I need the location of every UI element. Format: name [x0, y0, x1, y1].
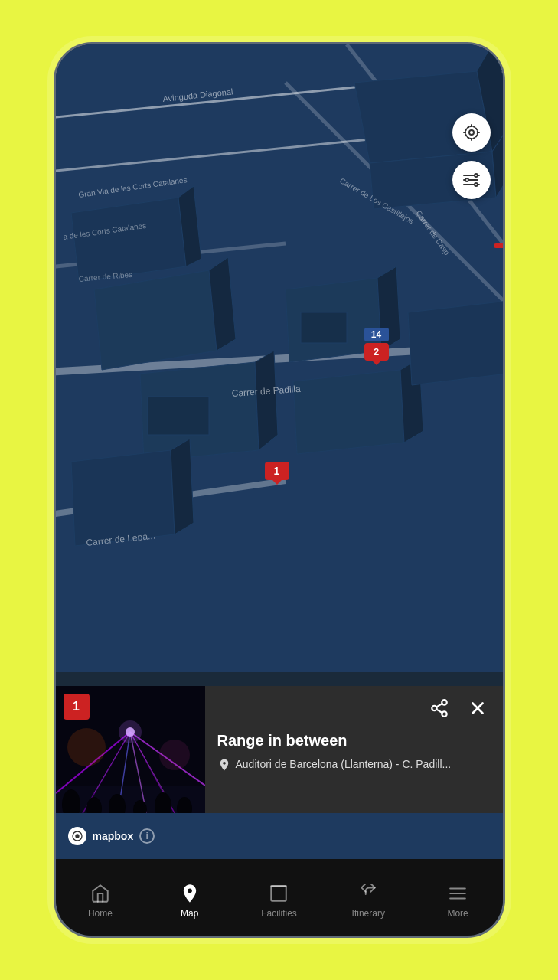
marker-2-label: 2	[364, 343, 389, 361]
location-icon	[217, 758, 231, 772]
nav-item-itinerary[interactable]: Itinerary	[324, 859, 413, 936]
close-button[interactable]	[465, 695, 491, 724]
nav-item-home[interactable]: Home	[56, 859, 145, 936]
filter-button[interactable]	[452, 161, 491, 199]
mapbox-info-button[interactable]: i	[139, 828, 155, 844]
svg-marker-22	[293, 370, 404, 454]
map-background: Avinguda Diagonal Gran Via de les Corts …	[56, 44, 503, 672]
svg-point-36	[469, 130, 474, 135]
bottom-navigation: Home Map Facilities	[56, 859, 503, 936]
info-card: 1	[56, 686, 503, 859]
map-area[interactable]: Avinguda Diagonal Gran Via de les Corts …	[56, 44, 503, 672]
map-marker-partial[interactable]	[494, 243, 503, 248]
svg-point-69	[67, 728, 106, 766]
svg-marker-24	[408, 301, 503, 385]
map-marker-stacked[interactable]: 14 2	[364, 328, 389, 361]
phone-frame: Avinguda Diagonal Gran Via de les Corts …	[54, 42, 505, 938]
nav-item-facilities[interactable]: Facilities	[234, 859, 324, 936]
info-card-title: Range in between	[217, 731, 491, 750]
mapbox-logo-circle	[68, 827, 86, 845]
nav-label-map: Map	[181, 908, 198, 919]
nav-label-itinerary: Itinerary	[352, 908, 385, 919]
info-card-content: Range in between Auditori de Barcelona (…	[205, 686, 503, 820]
svg-marker-19	[171, 439, 194, 534]
menu-icon	[447, 883, 468, 904]
nav-label-facilities: Facilities	[261, 908, 297, 919]
nav-item-more[interactable]: More	[413, 859, 503, 936]
svg-rect-26	[148, 397, 209, 435]
facilities-icon	[268, 883, 289, 904]
info-card-image: 1	[56, 686, 205, 820]
nav-label-more: More	[447, 908, 468, 919]
svg-rect-79	[272, 886, 287, 901]
nav-item-map[interactable]: Map	[145, 859, 234, 936]
card-actions	[217, 695, 491, 724]
svg-line-75	[436, 704, 442, 707]
home-icon	[90, 883, 111, 904]
svg-marker-17	[255, 351, 278, 450]
marker-1-label: 1	[265, 462, 289, 480]
info-card-badge: 1	[64, 694, 90, 720]
mapbox-text: mapbox	[93, 830, 134, 842]
nav-label-home: Home	[88, 908, 113, 919]
itinerary-icon	[357, 883, 379, 904]
info-card-top: 1	[56, 686, 503, 820]
svg-marker-12	[71, 198, 186, 282]
svg-point-70	[159, 740, 190, 770]
info-card-location: Auditori de Barcelona (Llanterna) - C. P…	[217, 757, 491, 772]
svg-line-74	[436, 710, 442, 713]
svg-point-37	[465, 126, 478, 139]
svg-marker-18	[71, 450, 175, 546]
share-button[interactable]	[426, 695, 452, 724]
svg-point-62	[119, 720, 142, 743]
info-card-location-text: Auditori de Barcelona (Llanterna) - C. P…	[236, 757, 452, 771]
marker-14-label: 14	[364, 328, 389, 341]
map-marker-1[interactable]: 1	[265, 462, 289, 480]
location-button[interactable]	[452, 113, 491, 152]
phone-container: Avinguda Diagonal Gran Via de les Corts …	[0, 0, 558, 980]
mapbox-branding: mapbox i	[56, 813, 503, 859]
svg-rect-27	[301, 312, 347, 343]
svg-point-78	[75, 834, 79, 838]
map-pin-icon	[179, 883, 201, 904]
